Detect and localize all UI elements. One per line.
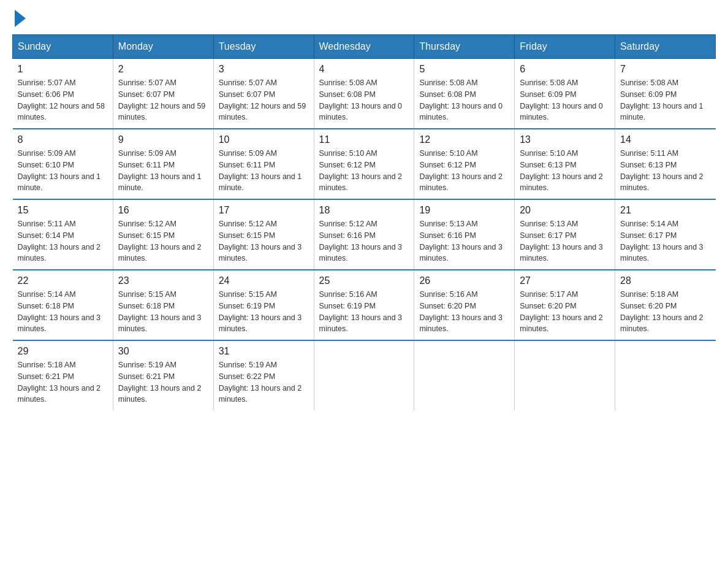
day-cell: 20Sunrise: 5:13 AMSunset: 6:17 PMDayligh… [515, 199, 615, 270]
day-info: Sunrise: 5:14 AMSunset: 6:17 PMDaylight:… [620, 218, 710, 264]
day-info: Sunrise: 5:07 AMSunset: 6:07 PMDaylight:… [219, 77, 309, 123]
day-cell: 26Sunrise: 5:16 AMSunset: 6:20 PMDayligh… [414, 270, 515, 340]
day-cell: 3Sunrise: 5:07 AMSunset: 6:07 PMDaylight… [213, 59, 314, 129]
day-info: Sunrise: 5:19 AMSunset: 6:21 PMDaylight:… [118, 359, 208, 405]
day-cell: 27Sunrise: 5:17 AMSunset: 6:20 PMDayligh… [515, 270, 615, 340]
day-cell: 29Sunrise: 5:18 AMSunset: 6:21 PMDayligh… [13, 340, 113, 410]
day-info: Sunrise: 5:10 AMSunset: 6:13 PMDaylight:… [520, 148, 610, 194]
day-cell: 18Sunrise: 5:12 AMSunset: 6:16 PMDayligh… [314, 199, 414, 270]
day-cell: 19Sunrise: 5:13 AMSunset: 6:16 PMDayligh… [414, 199, 515, 270]
day-number: 9 [118, 134, 208, 145]
day-info: Sunrise: 5:16 AMSunset: 6:20 PMDaylight:… [419, 289, 509, 335]
week-row-2: 8Sunrise: 5:09 AMSunset: 6:10 PMDaylight… [13, 129, 716, 199]
day-info: Sunrise: 5:19 AMSunset: 6:22 PMDaylight:… [219, 359, 309, 405]
day-number: 1 [18, 64, 108, 75]
day-info: Sunrise: 5:08 AMSunset: 6:08 PMDaylight:… [419, 77, 509, 123]
day-number: 21 [620, 205, 710, 216]
header-monday: Monday [113, 35, 213, 59]
day-info: Sunrise: 5:07 AMSunset: 6:06 PMDaylight:… [18, 77, 108, 123]
day-cell: 10Sunrise: 5:09 AMSunset: 6:11 PMDayligh… [213, 129, 314, 199]
day-info: Sunrise: 5:15 AMSunset: 6:19 PMDaylight:… [219, 289, 309, 335]
day-info: Sunrise: 5:15 AMSunset: 6:18 PMDaylight:… [118, 289, 208, 335]
calendar-header-row: SundayMondayTuesdayWednesdayThursdayFrid… [13, 35, 716, 59]
day-cell: 6Sunrise: 5:08 AMSunset: 6:09 PMDaylight… [515, 59, 615, 129]
header-friday: Friday [515, 35, 615, 59]
day-number: 24 [219, 275, 309, 286]
day-cell: 21Sunrise: 5:14 AMSunset: 6:17 PMDayligh… [615, 199, 716, 270]
day-info: Sunrise: 5:12 AMSunset: 6:16 PMDaylight:… [319, 218, 409, 264]
day-info: Sunrise: 5:13 AMSunset: 6:17 PMDaylight:… [520, 218, 610, 264]
day-number: 17 [219, 205, 309, 216]
day-info: Sunrise: 5:09 AMSunset: 6:10 PMDaylight:… [18, 148, 108, 194]
day-number: 29 [18, 346, 108, 357]
week-row-4: 22Sunrise: 5:14 AMSunset: 6:18 PMDayligh… [13, 270, 716, 340]
day-cell: 24Sunrise: 5:15 AMSunset: 6:19 PMDayligh… [213, 270, 314, 340]
day-cell: 28Sunrise: 5:18 AMSunset: 6:20 PMDayligh… [615, 270, 716, 340]
day-cell: 8Sunrise: 5:09 AMSunset: 6:10 PMDaylight… [13, 129, 113, 199]
day-number: 20 [520, 205, 610, 216]
day-info: Sunrise: 5:10 AMSunset: 6:12 PMDaylight:… [419, 148, 509, 194]
day-number: 4 [319, 64, 409, 75]
day-cell [314, 340, 414, 410]
day-info: Sunrise: 5:09 AMSunset: 6:11 PMDaylight:… [219, 148, 309, 194]
day-cell: 23Sunrise: 5:15 AMSunset: 6:18 PMDayligh… [113, 270, 213, 340]
day-info: Sunrise: 5:13 AMSunset: 6:16 PMDaylight:… [419, 218, 509, 264]
day-info: Sunrise: 5:11 AMSunset: 6:13 PMDaylight:… [620, 148, 710, 194]
day-cell: 5Sunrise: 5:08 AMSunset: 6:08 PMDaylight… [414, 59, 515, 129]
day-number: 28 [620, 275, 710, 286]
day-cell: 22Sunrise: 5:14 AMSunset: 6:18 PMDayligh… [13, 270, 113, 340]
week-row-3: 15Sunrise: 5:11 AMSunset: 6:14 PMDayligh… [13, 199, 716, 270]
day-number: 12 [419, 134, 509, 145]
day-cell: 30Sunrise: 5:19 AMSunset: 6:21 PMDayligh… [113, 340, 213, 410]
week-row-5: 29Sunrise: 5:18 AMSunset: 6:21 PMDayligh… [13, 340, 716, 410]
day-info: Sunrise: 5:07 AMSunset: 6:07 PMDaylight:… [118, 77, 208, 123]
day-info: Sunrise: 5:08 AMSunset: 6:09 PMDaylight:… [620, 77, 710, 123]
day-info: Sunrise: 5:08 AMSunset: 6:09 PMDaylight:… [520, 77, 610, 123]
day-number: 11 [319, 134, 409, 145]
logo-arrow-icon [15, 10, 26, 27]
day-cell: 4Sunrise: 5:08 AMSunset: 6:08 PMDaylight… [314, 59, 414, 129]
day-number: 6 [520, 64, 610, 75]
day-cell: 1Sunrise: 5:07 AMSunset: 6:06 PMDaylight… [13, 59, 113, 129]
day-number: 22 [18, 275, 108, 286]
day-number: 8 [18, 134, 108, 145]
day-info: Sunrise: 5:18 AMSunset: 6:21 PMDaylight:… [18, 359, 108, 405]
header-thursday: Thursday [414, 35, 515, 59]
header-wednesday: Wednesday [314, 35, 414, 59]
header-saturday: Saturday [615, 35, 716, 59]
day-number: 3 [219, 64, 309, 75]
day-info: Sunrise: 5:17 AMSunset: 6:20 PMDaylight:… [520, 289, 610, 335]
day-number: 25 [319, 275, 409, 286]
day-info: Sunrise: 5:08 AMSunset: 6:08 PMDaylight:… [319, 77, 409, 123]
day-info: Sunrise: 5:14 AMSunset: 6:18 PMDaylight:… [18, 289, 108, 335]
day-cell [414, 340, 515, 410]
day-number: 27 [520, 275, 610, 286]
day-number: 13 [520, 134, 610, 145]
day-number: 30 [118, 346, 208, 357]
day-cell [515, 340, 615, 410]
day-cell: 9Sunrise: 5:09 AMSunset: 6:11 PMDaylight… [113, 129, 213, 199]
day-cell: 31Sunrise: 5:19 AMSunset: 6:22 PMDayligh… [213, 340, 314, 410]
day-number: 10 [219, 134, 309, 145]
day-cell: 2Sunrise: 5:07 AMSunset: 6:07 PMDaylight… [113, 59, 213, 129]
day-number: 31 [219, 346, 309, 357]
week-row-1: 1Sunrise: 5:07 AMSunset: 6:06 PMDaylight… [13, 59, 716, 129]
calendar-table: SundayMondayTuesdayWednesdayThursdayFrid… [12, 34, 716, 410]
day-info: Sunrise: 5:12 AMSunset: 6:15 PMDaylight:… [118, 218, 208, 264]
day-cell: 11Sunrise: 5:10 AMSunset: 6:12 PMDayligh… [314, 129, 414, 199]
day-number: 14 [620, 134, 710, 145]
day-cell: 16Sunrise: 5:12 AMSunset: 6:15 PMDayligh… [113, 199, 213, 270]
day-cell: 7Sunrise: 5:08 AMSunset: 6:09 PMDaylight… [615, 59, 716, 129]
day-number: 18 [319, 205, 409, 216]
day-info: Sunrise: 5:16 AMSunset: 6:19 PMDaylight:… [319, 289, 409, 335]
day-cell [615, 340, 716, 410]
day-info: Sunrise: 5:09 AMSunset: 6:11 PMDaylight:… [118, 148, 208, 194]
day-number: 19 [419, 205, 509, 216]
day-info: Sunrise: 5:10 AMSunset: 6:12 PMDaylight:… [319, 148, 409, 194]
header-tuesday: Tuesday [213, 35, 314, 59]
day-number: 16 [118, 205, 208, 216]
header-sunday: Sunday [13, 35, 113, 59]
day-number: 23 [118, 275, 208, 286]
page-header [12, 12, 716, 23]
day-number: 7 [620, 64, 710, 75]
